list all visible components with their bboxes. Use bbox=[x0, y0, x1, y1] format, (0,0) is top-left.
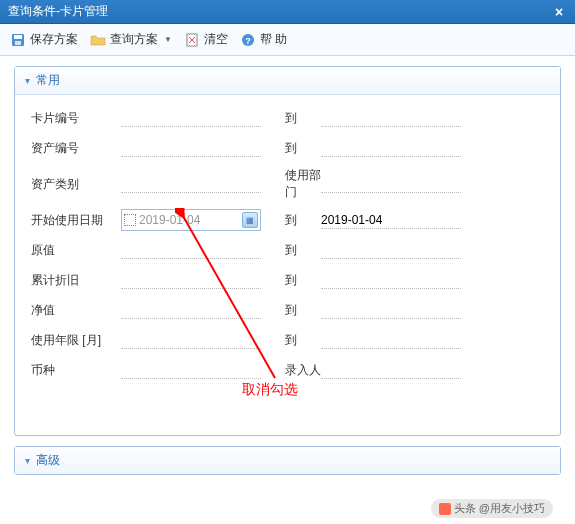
field-label: 到 bbox=[261, 302, 321, 319]
chevron-down-icon: ▾ bbox=[25, 75, 30, 86]
net-value-to-input[interactable] bbox=[321, 301, 461, 319]
field-label: 原值 bbox=[31, 242, 121, 259]
department-input[interactable] bbox=[321, 175, 461, 193]
creator-input[interactable] bbox=[321, 361, 461, 379]
original-value-to-input[interactable] bbox=[321, 241, 461, 259]
field-label: 使用部门 bbox=[261, 167, 321, 201]
field-label: 资产类别 bbox=[31, 176, 121, 193]
form-row: 资产编号 到 bbox=[31, 137, 544, 159]
calendar-icon[interactable]: ▦ bbox=[242, 212, 258, 228]
field-label: 使用年限 [月] bbox=[31, 332, 121, 349]
form-row: 币种 录入人 bbox=[31, 359, 544, 381]
titlebar: 查询条件-卡片管理 × bbox=[0, 0, 575, 24]
advanced-panel: ▾ 高级 bbox=[14, 446, 561, 475]
card-number-to-input[interactable] bbox=[321, 109, 461, 127]
svg-rect-1 bbox=[14, 35, 22, 39]
clear-label: 清空 bbox=[204, 31, 228, 48]
svg-rect-2 bbox=[15, 41, 21, 45]
depreciation-from-input[interactable] bbox=[121, 271, 261, 289]
content-area: ▾ 常用 卡片编号 到 资产编号 到 资产类别 使用部门 bbox=[0, 56, 575, 495]
folder-icon bbox=[90, 32, 106, 48]
form-row: 使用年限 [月] 到 bbox=[31, 329, 544, 351]
date-value: 2019-01-04 bbox=[139, 213, 242, 227]
field-label: 到 bbox=[261, 110, 321, 127]
field-label: 开始使用日期 bbox=[31, 212, 121, 229]
field-label: 累计折旧 bbox=[31, 272, 121, 289]
toolbar: 保存方案 查询方案 ▼ 清空 ? 帮 助 bbox=[0, 24, 575, 56]
net-value-from-input[interactable] bbox=[121, 301, 261, 319]
field-label: 到 bbox=[261, 212, 321, 229]
close-icon[interactable]: × bbox=[551, 4, 567, 20]
svg-text:?: ? bbox=[245, 36, 251, 46]
useful-life-from-input[interactable] bbox=[121, 331, 261, 349]
save-icon bbox=[10, 32, 26, 48]
start-date-from-input[interactable]: 2019-01-04 ▦ bbox=[121, 209, 261, 231]
field-label: 录入人 bbox=[261, 362, 321, 379]
common-panel-body: 卡片编号 到 资产编号 到 资产类别 使用部门 开始使用日期 bbox=[15, 95, 560, 435]
watermark-badge: 头条 @用友小技巧 bbox=[431, 499, 553, 518]
query-label: 查询方案 bbox=[110, 31, 158, 48]
form-row: 卡片编号 到 bbox=[31, 107, 544, 129]
form-row: 净值 到 bbox=[31, 299, 544, 321]
date-enable-checkbox[interactable] bbox=[124, 214, 136, 226]
field-label: 到 bbox=[261, 242, 321, 259]
field-label: 到 bbox=[261, 272, 321, 289]
advanced-panel-title: 高级 bbox=[36, 452, 60, 469]
common-panel-title: 常用 bbox=[36, 72, 60, 89]
form-row: 资产类别 使用部门 bbox=[31, 167, 544, 201]
clear-icon bbox=[184, 32, 200, 48]
depreciation-to-input[interactable] bbox=[321, 271, 461, 289]
save-scheme-button[interactable]: 保存方案 bbox=[10, 31, 78, 48]
help-icon: ? bbox=[240, 32, 256, 48]
clear-button[interactable]: 清空 bbox=[184, 31, 228, 48]
toutiao-icon bbox=[439, 503, 451, 515]
chevron-down-icon: ▾ bbox=[25, 455, 30, 466]
field-label: 到 bbox=[261, 332, 321, 349]
chevron-down-icon: ▼ bbox=[164, 35, 172, 44]
common-panel-header[interactable]: ▾ 常用 bbox=[15, 67, 560, 95]
form-row: 累计折旧 到 bbox=[31, 269, 544, 291]
card-number-from-input[interactable] bbox=[121, 109, 261, 127]
start-date-to-input[interactable]: 2019-01-04 bbox=[321, 211, 461, 229]
advanced-panel-header[interactable]: ▾ 高级 bbox=[15, 447, 560, 474]
useful-life-to-input[interactable] bbox=[321, 331, 461, 349]
badge-prefix: 头条 bbox=[454, 501, 476, 516]
field-label: 卡片编号 bbox=[31, 110, 121, 127]
original-value-from-input[interactable] bbox=[121, 241, 261, 259]
asset-number-from-input[interactable] bbox=[121, 139, 261, 157]
form-row: 开始使用日期 2019-01-04 ▦ 到 2019-01-04 bbox=[31, 209, 544, 231]
help-button[interactable]: ? 帮 助 bbox=[240, 31, 287, 48]
query-scheme-button[interactable]: 查询方案 ▼ bbox=[90, 31, 172, 48]
help-label: 帮 助 bbox=[260, 31, 287, 48]
save-label: 保存方案 bbox=[30, 31, 78, 48]
currency-input[interactable] bbox=[121, 361, 261, 379]
date-to-value: 2019-01-04 bbox=[321, 213, 382, 227]
common-panel: ▾ 常用 卡片编号 到 资产编号 到 资产类别 使用部门 bbox=[14, 66, 561, 436]
asset-number-to-input[interactable] bbox=[321, 139, 461, 157]
field-label: 币种 bbox=[31, 362, 121, 379]
field-label: 净值 bbox=[31, 302, 121, 319]
asset-category-input[interactable] bbox=[121, 175, 261, 193]
badge-text: @用友小技巧 bbox=[479, 501, 545, 516]
window-title: 查询条件-卡片管理 bbox=[8, 3, 108, 20]
field-label: 到 bbox=[261, 140, 321, 157]
annotation-label: 取消勾选 bbox=[242, 381, 298, 399]
field-label: 资产编号 bbox=[31, 140, 121, 157]
form-row: 原值 到 bbox=[31, 239, 544, 261]
